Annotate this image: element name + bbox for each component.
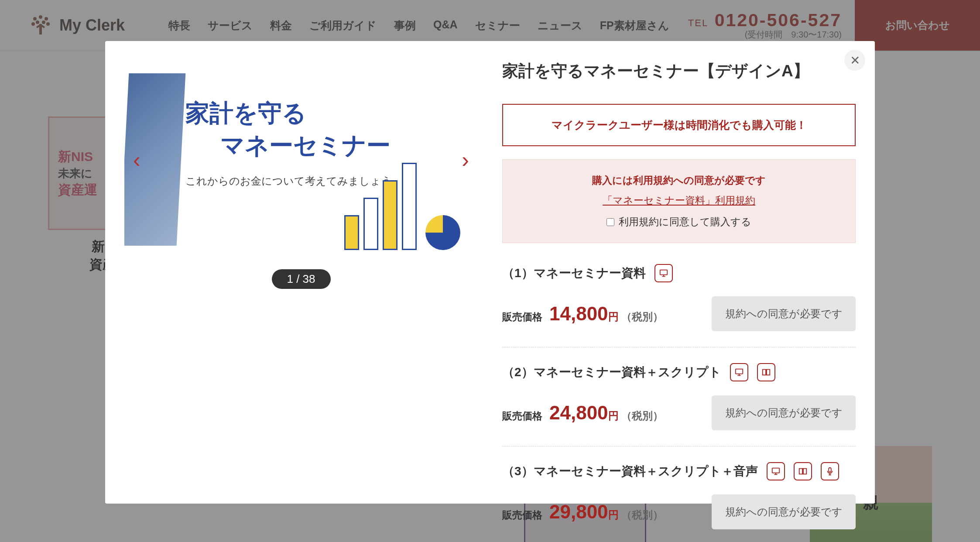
price-tax: （税別） — [621, 509, 663, 521]
chevron-left-icon: ‹ — [133, 148, 140, 172]
terms-box: 購入には利用規約への同意が必要です 「マネーセミナー資料」利用規約 利用規約に同… — [502, 159, 856, 243]
close-button[interactable]: ✕ — [844, 50, 865, 71]
price-value: 14,800 — [549, 303, 608, 324]
requires-agreement-button: 規約への同意が必要です — [712, 494, 856, 529]
slide-panel: ‹ › 家計を守る マネーセミナー これからのお金について考えてみましょう — [124, 60, 478, 484]
presentation-icon — [767, 462, 785, 480]
terms-link[interactable]: 「マネーセミナー資料」利用規約 — [603, 194, 755, 207]
chart-icon — [344, 163, 460, 250]
product-option-1: （1）マネーセミナー資料 販売価格 14,800円（税別） 規約への同意が必要で… — [502, 264, 856, 331]
slide-image: ‹ › 家計を守る マネーセミナー これからのお金について考えてみましょう — [124, 60, 478, 259]
requires-agreement-button: 規約への同意が必要です — [712, 395, 856, 430]
microphone-icon — [821, 462, 839, 480]
close-icon: ✕ — [850, 53, 860, 68]
price-label: 販売価格 — [502, 508, 542, 522]
price-tax: （税別） — [621, 311, 663, 322]
requires-agreement-button: 規約への同意が必要です — [712, 296, 856, 331]
book-icon — [757, 363, 775, 381]
slide-prev-button[interactable]: ‹ — [133, 147, 140, 172]
svg-rect-11 — [829, 468, 831, 472]
book-icon — [794, 462, 812, 480]
product-option-name: （3）マネーセミナー資料＋スクリプト＋音声 — [502, 463, 758, 480]
slide-next-button[interactable]: › — [462, 147, 469, 172]
product-detail-modal: ✕ ‹ › 家計を守る マネーセミナー これからのお金について考えてみましょう — [105, 41, 875, 504]
chevron-right-icon: › — [462, 148, 469, 172]
presentation-icon — [654, 264, 673, 282]
svg-rect-8 — [660, 270, 667, 275]
slide-title-line1: 家計を守る — [185, 97, 392, 130]
product-option-2: （2）マネーセミナー資料＋スクリプト 販売価格 24,800円（税別） — [502, 347, 856, 430]
product-title: 家計を守るマネーセミナー【デザインA】 — [502, 60, 856, 82]
presentation-icon — [730, 363, 748, 381]
terms-agree-label[interactable]: 利用規約に同意して購入する — [511, 215, 846, 229]
product-option-name: （1）マネーセミナー資料 — [502, 265, 646, 281]
product-detail: 家計を守るマネーセミナー【デザインA】 マイクラークユーザー様は時間消化でも購入… — [478, 60, 856, 484]
price-yen: 円 — [608, 410, 619, 422]
slide-title-line2: マネーセミナー — [220, 130, 392, 162]
svg-rect-9 — [735, 369, 743, 374]
price-yen: 円 — [608, 509, 619, 521]
price-label: 販売価格 — [502, 409, 542, 423]
terms-agree-checkbox[interactable] — [607, 218, 614, 226]
slide-pager: 1 / 38 — [272, 269, 331, 289]
product-option-3: （3）マネーセミナー資料＋スクリプト＋音声 販売価格 — [502, 446, 856, 529]
svg-rect-10 — [772, 468, 779, 473]
terms-required-text: 購入には利用規約への同意が必要です — [511, 174, 846, 187]
price-value: 29,800 — [549, 501, 608, 522]
modal-overlay[interactable]: ✕ ‹ › 家計を守る マネーセミナー これからのお金について考えてみましょう — [0, 0, 980, 542]
price-yen: 円 — [608, 311, 619, 322]
product-option-name: （2）マネーセミナー資料＋スクリプト — [502, 364, 721, 381]
price-value: 24,800 — [549, 402, 608, 423]
price-label: 販売価格 — [502, 310, 542, 324]
terms-agree-text: 利用規約に同意して購入する — [619, 215, 751, 229]
price-tax: （税別） — [621, 410, 663, 422]
purchase-notice: マイクラークユーザー様は時間消化でも購入可能！ — [502, 104, 856, 146]
